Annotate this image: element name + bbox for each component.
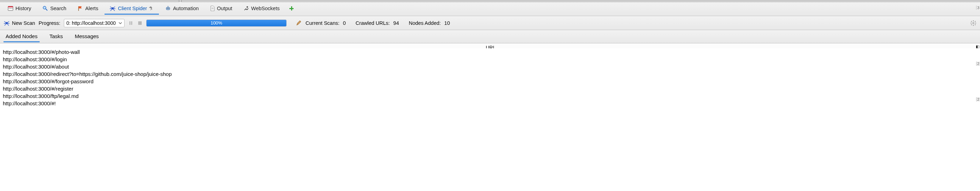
chevron-down-icon [119, 21, 122, 25]
tab-search-label: Search [50, 6, 66, 11]
table-row[interactable]: http://localhost:3000/#/forgot-password [3, 78, 977, 85]
spider-icon [3, 20, 10, 26]
tab-search[interactable]: Search [38, 3, 71, 14]
tab-automation-label: Automation [173, 6, 199, 11]
tab-client-spider[interactable]: Client Spider [105, 3, 159, 15]
plus-icon [289, 6, 294, 11]
table-row[interactable]: http://localhost:3000/#/login [3, 55, 977, 63]
subtab-tasks[interactable]: Tasks [47, 31, 65, 42]
table-row[interactable]: http://localhost:3000/ftp/legal.md [3, 92, 977, 100]
pane-marker: 2 [976, 97, 980, 101]
main-tabbar: History Search Alerts Client Spider Auto… [0, 2, 980, 16]
progress-bar: 100% [146, 20, 286, 27]
svg-rect-4 [11, 8, 12, 9]
svg-rect-22 [247, 6, 248, 8]
table-row[interactable]: http://localhost:3000/#/register [3, 85, 977, 92]
svg-rect-37 [973, 25, 974, 26]
tab-automation[interactable]: Automation [160, 3, 204, 14]
tab-alerts-label: Alerts [85, 6, 98, 11]
broom-icon[interactable] [296, 20, 302, 26]
pane-marker: 3 [976, 6, 980, 10]
calendar-icon [8, 6, 13, 11]
tab-client-spider-label: Client Spider [118, 6, 147, 11]
crawled-urls-value: 94 [393, 20, 399, 26]
svg-point-16 [169, 8, 169, 9]
svg-rect-43 [975, 24, 976, 25]
svg-rect-42 [971, 24, 972, 25]
svg-point-5 [43, 6, 46, 9]
table-row[interactable]: http://localhost:3000/#/about [3, 63, 977, 70]
pin-icon[interactable] [149, 6, 154, 11]
sub-tabbar: Added Nodes Tasks Messages [0, 30, 980, 43]
svg-rect-33 [131, 21, 132, 25]
svg-rect-34 [138, 21, 142, 25]
nodes-added-value: 10 [444, 20, 450, 26]
progress-bar-fill: 100% [146, 20, 286, 26]
robot-icon [165, 6, 171, 11]
pane-marker: 2 [976, 62, 980, 66]
table-row[interactable]: http://localhost:3000/#/photo-wall [3, 48, 977, 55]
add-tab-button[interactable] [286, 3, 297, 14]
new-scan-label: New Scan [12, 20, 35, 26]
svg-point-15 [167, 8, 168, 9]
new-scan-button[interactable]: New Scan [3, 20, 35, 26]
scan-target-value: 0: http://localhost:3000 [66, 20, 116, 26]
tab-alerts[interactable]: Alerts [73, 3, 103, 14]
uri-list[interactable]: http://localhost:3000/#/photo-wall http:… [0, 48, 980, 107]
svg-rect-36 [973, 20, 974, 21]
progress-label: Progress: [38, 20, 60, 26]
plug-icon [243, 6, 249, 11]
flag-icon [78, 6, 83, 11]
scan-toolbar: New Scan Progress: 0: http://localhost:3… [0, 16, 980, 30]
pause-button[interactable] [128, 20, 134, 26]
svg-rect-3 [10, 8, 11, 9]
scan-target-select[interactable]: 0: http://localhost:3000 [64, 19, 124, 27]
svg-rect-40 [971, 21, 972, 22]
svg-point-35 [972, 22, 974, 24]
tab-output-label: Output [217, 6, 232, 11]
progress-percent-label: 100% [210, 20, 222, 25]
document-icon [210, 6, 215, 11]
svg-point-18 [168, 6, 169, 7]
tab-history-label: History [16, 6, 31, 11]
subtab-messages[interactable]: Messages [73, 31, 101, 42]
svg-rect-1 [8, 6, 13, 7]
magnifier-icon [43, 6, 48, 11]
subtab-added-nodes[interactable]: Added Nodes [3, 31, 40, 42]
crawled-urls-label: Crawled URLs: [356, 20, 390, 26]
svg-rect-41 [975, 21, 976, 22]
svg-rect-39 [975, 23, 976, 24]
tab-history[interactable]: History [3, 3, 36, 14]
tab-websockets[interactable]: WebSockets [239, 3, 285, 14]
svg-rect-38 [970, 23, 972, 24]
spider-icon [110, 5, 116, 11]
gear-icon[interactable] [970, 20, 977, 26]
tab-websockets-label: WebSockets [251, 6, 280, 11]
nodes-added-label: Nodes Added: [409, 20, 441, 26]
current-scans-value: 0 [343, 20, 346, 26]
current-scans-label: Current Scans: [305, 20, 339, 26]
svg-rect-32 [129, 21, 130, 25]
stop-button[interactable] [137, 20, 143, 26]
table-row[interactable]: http://localhost:3000/redirect?to=https:… [3, 70, 977, 78]
tab-output[interactable]: Output [205, 3, 237, 14]
svg-rect-24 [290, 8, 294, 9]
svg-rect-2 [9, 8, 10, 9]
svg-line-6 [46, 9, 47, 11]
table-row[interactable]: http://localhost:3000/#! [3, 100, 977, 107]
svg-rect-14 [166, 7, 170, 10]
